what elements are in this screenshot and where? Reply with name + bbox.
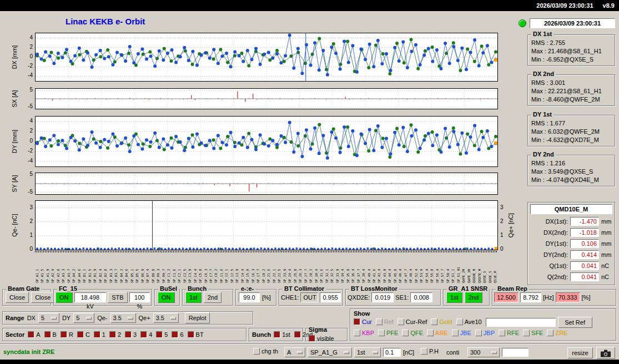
checkbox-kbp[interactable]: KBP <box>354 330 374 336</box>
replot-button[interactable]: Replot <box>185 312 210 323</box>
sector-select-dropdown[interactable]: A <box>284 347 305 357</box>
checkbox-ave10[interactable]: Ave10 <box>456 318 482 325</box>
x-axis-label: SP_18_2 <box>261 253 266 283</box>
x-axis-label: SP_22_1 <box>272 253 276 283</box>
monitor-select-dropdown[interactable]: SP_A1_G <box>308 347 352 357</box>
camera-button[interactable] <box>596 347 615 359</box>
checkbox-sfe[interactable]: SFE <box>523 330 543 336</box>
threshold-input[interactable] <box>383 348 401 357</box>
checkbox-pfe[interactable]: PFE <box>378 330 398 336</box>
checkbox-indicator[interactable] <box>140 331 147 338</box>
checkbox-indicator[interactable] <box>397 318 404 325</box>
checkbox-zre[interactable]: ZRE <box>547 330 567 336</box>
set-ref-button[interactable]: Set Ref <box>558 317 592 328</box>
resize-button[interactable]: resize <box>567 347 593 358</box>
bunch-1st-button[interactable]: 1st <box>185 292 202 303</box>
checkbox-1st[interactable]: 1st <box>274 331 290 338</box>
checkbox-gold[interactable]: Gold <box>431 318 452 325</box>
x-axis-label: SP_34_4 <box>340 253 345 283</box>
range-dy-dropdown[interactable]: 5 <box>73 313 94 323</box>
checkbox-indicator[interactable] <box>402 330 409 336</box>
checkbox-indicator[interactable] <box>427 330 434 336</box>
checkbox-qfe[interactable]: QFE <box>402 330 423 336</box>
checkbox-indicator[interactable] <box>354 318 360 325</box>
checkbox-label: PFE <box>386 330 398 336</box>
checkbox-indicator[interactable] <box>421 348 427 355</box>
checkbox-indicator[interactable] <box>253 348 260 355</box>
checkbox-c[interactable]: C <box>77 331 90 338</box>
checkbox-indicator[interactable] <box>523 330 530 336</box>
ref-name-input[interactable] <box>486 318 556 327</box>
checkbox-indicator[interactable] <box>188 331 194 338</box>
sx-axis-label: SX [A] <box>11 82 18 115</box>
checkbox-indicator[interactable] <box>378 330 385 336</box>
checkbox-indicator[interactable] <box>309 335 315 342</box>
bunch-group: Bunch 1st 2nd <box>182 289 233 306</box>
checkbox-are[interactable]: ARE <box>427 330 448 336</box>
x-axis-label: SP_B4_6 <box>124 253 129 283</box>
checkbox-a[interactable]: A <box>28 331 40 338</box>
range-qem-dropdown[interactable]: 3.5 <box>110 313 136 323</box>
beam-gate-close-2-button[interactable]: Close <box>31 292 54 303</box>
range-qep-dropdown[interactable]: 3.5 <box>153 313 179 323</box>
checkbox-ref[interactable]: Ref <box>376 318 394 325</box>
checkbox-indicator[interactable] <box>61 331 67 338</box>
chg-th-checkbox[interactable]: chg th <box>253 348 278 355</box>
checkbox-3[interactable]: 3 <box>125 331 137 338</box>
checkbox-indicator[interactable] <box>28 331 34 338</box>
checkbox-indicator[interactable] <box>456 318 463 325</box>
aux-input[interactable] <box>502 348 529 357</box>
interval-dropdown[interactable]: 300 <box>467 347 500 357</box>
checkbox-r[interactable]: R <box>61 331 73 338</box>
checkbox-b[interactable]: B <box>44 331 57 338</box>
plot-q-canvas <box>36 201 497 250</box>
busel-on-button[interactable]: ON <box>158 292 175 303</box>
checkbox-indicator[interactable] <box>77 331 84 338</box>
checkbox-rfe[interactable]: RFE <box>499 330 519 336</box>
range-dx-dropdown[interactable]: 5 <box>38 313 59 323</box>
gr-snsr-2nd-button[interactable]: 2nd <box>465 292 482 303</box>
checkbox-indicator[interactable] <box>294 331 301 338</box>
fc15-stb-button[interactable]: STB <box>108 292 127 303</box>
checkbox-indicator[interactable] <box>499 330 505 336</box>
x-axis-label: SP_C7_7 <box>209 253 213 283</box>
checkbox-indicator[interactable] <box>274 331 280 338</box>
checkbox-jbp[interactable]: JBP <box>475 330 495 336</box>
checkbox-bt[interactable]: BT <box>188 331 204 338</box>
checkbox-indicator[interactable] <box>44 331 51 338</box>
checkbox-indicator[interactable] <box>125 331 132 338</box>
checkbox-indicator[interactable] <box>156 331 163 338</box>
gr-snsr-1st-button[interactable]: 1st <box>446 292 462 303</box>
x-axis-label: SP_38_4 <box>361 253 366 283</box>
checkbox-indicator[interactable] <box>547 330 553 336</box>
checkbox-indicator[interactable] <box>431 318 437 325</box>
checkbox-indicator[interactable] <box>354 330 360 336</box>
bt-lossmonitor-group: BT LossMonitor QXD2E: 0.019 SE1: 0.008 <box>345 289 441 306</box>
checkbox-6[interactable]: 6 <box>172 331 183 338</box>
checkbox-4[interactable]: 4 <box>140 331 152 338</box>
checkbox-indicator[interactable] <box>452 330 459 336</box>
bunch-select-dropdown[interactable]: 1st <box>354 347 381 357</box>
checkbox-cur-ref[interactable]: Cur-Ref <box>397 318 427 325</box>
beam-gate-close-1-button[interactable]: Close <box>6 292 29 303</box>
y-axis-tick: 1 <box>500 232 504 239</box>
bunch-2nd-button[interactable]: 2nd <box>204 292 222 303</box>
checkbox-5[interactable]: 5 <box>156 331 168 338</box>
x-axis-label: SP_B5_1 <box>130 253 134 283</box>
x-axis-label: SP_B3_3 <box>109 253 113 283</box>
fc15-on-button[interactable]: ON <box>56 292 73 303</box>
checkbox-indicator[interactable] <box>94 331 100 338</box>
x-axis-label: SP_B6_9 <box>140 253 145 283</box>
checkbox-visible[interactable]: visible <box>309 335 334 342</box>
checkbox-cur[interactable]: Cur <box>354 318 372 325</box>
checkbox-indicator[interactable] <box>475 330 482 336</box>
checkbox-1[interactable]: 1 <box>94 331 105 338</box>
stat-group-title: DY 2nd <box>531 151 556 158</box>
x-axis-label: SP_48_4 <box>409 253 413 283</box>
checkbox-jbe[interactable]: JBE <box>452 330 471 336</box>
ph-checkbox[interactable]: P.H <box>421 348 439 355</box>
checkbox-indicator[interactable] <box>376 318 383 325</box>
checkbox-indicator[interactable] <box>109 331 116 338</box>
checkbox-2[interactable]: 2 <box>109 331 121 338</box>
checkbox-indicator[interactable] <box>172 331 178 338</box>
